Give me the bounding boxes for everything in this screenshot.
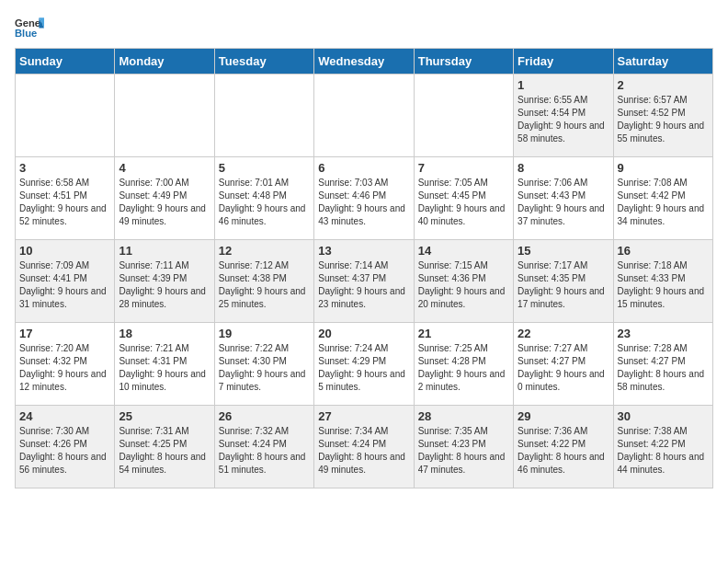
day-cell: 27Sunrise: 7:34 AM Sunset: 4:24 PM Dayli…	[314, 406, 414, 488]
day-detail: Sunrise: 7:15 AM Sunset: 4:36 PM Dayligh…	[418, 259, 509, 311]
day-number: 17	[19, 327, 110, 340]
day-cell: 26Sunrise: 7:32 AM Sunset: 4:24 PM Dayli…	[214, 406, 313, 488]
day-detail: Sunrise: 7:31 AM Sunset: 4:25 PM Dayligh…	[119, 425, 210, 477]
day-cell	[16, 75, 115, 157]
day-number: 13	[318, 244, 409, 258]
day-number: 27	[318, 409, 409, 423]
day-number: 29	[518, 409, 609, 423]
day-cell: 8Sunrise: 7:06 AM Sunset: 4:43 PM Daylig…	[514, 157, 613, 240]
day-detail: Sunrise: 7:36 AM Sunset: 4:22 PM Dayligh…	[518, 425, 609, 477]
page-header: General Blue	[15, 15, 713, 40]
day-detail: Sunrise: 7:00 AM Sunset: 4:49 PM Dayligh…	[119, 177, 210, 228]
day-cell: 6Sunrise: 7:03 AM Sunset: 4:46 PM Daylig…	[314, 157, 414, 240]
day-detail: Sunrise: 7:08 AM Sunset: 4:42 PM Dayligh…	[618, 177, 709, 228]
day-number: 19	[219, 327, 310, 340]
weekday-header-saturday: Saturday	[613, 49, 712, 75]
day-detail: Sunrise: 7:38 AM Sunset: 4:22 PM Dayligh…	[618, 425, 709, 477]
calendar: SundayMondayTuesdayWednesdayThursdayFrid…	[15, 48, 713, 488]
day-cell: 20Sunrise: 7:24 AM Sunset: 4:29 PM Dayli…	[314, 323, 414, 406]
day-cell: 21Sunrise: 7:25 AM Sunset: 4:28 PM Dayli…	[414, 323, 513, 406]
day-cell	[414, 75, 513, 157]
day-detail: Sunrise: 7:21 AM Sunset: 4:31 PM Dayligh…	[119, 342, 210, 394]
day-detail: Sunrise: 7:14 AM Sunset: 4:37 PM Dayligh…	[318, 259, 409, 311]
day-number: 1	[518, 78, 609, 92]
day-cell: 1Sunrise: 6:55 AM Sunset: 4:54 PM Daylig…	[514, 75, 613, 157]
day-number: 30	[618, 409, 709, 423]
day-cell: 22Sunrise: 7:27 AM Sunset: 4:27 PM Dayli…	[514, 323, 613, 406]
weekday-header-thursday: Thursday	[414, 49, 513, 75]
day-detail: Sunrise: 6:57 AM Sunset: 4:52 PM Dayligh…	[618, 94, 709, 145]
day-detail: Sunrise: 7:12 AM Sunset: 4:38 PM Dayligh…	[219, 259, 310, 311]
day-detail: Sunrise: 7:27 AM Sunset: 4:27 PM Dayligh…	[518, 342, 609, 394]
day-cell: 15Sunrise: 7:17 AM Sunset: 4:35 PM Dayli…	[514, 240, 613, 323]
day-detail: Sunrise: 7:28 AM Sunset: 4:27 PM Dayligh…	[618, 342, 709, 394]
day-detail: Sunrise: 7:06 AM Sunset: 4:43 PM Dayligh…	[518, 177, 609, 228]
day-detail: Sunrise: 7:11 AM Sunset: 4:39 PM Dayligh…	[119, 259, 210, 311]
day-cell: 2Sunrise: 6:57 AM Sunset: 4:52 PM Daylig…	[613, 75, 712, 157]
day-number: 14	[418, 244, 509, 258]
day-number: 15	[518, 244, 609, 258]
week-row-4: 17Sunrise: 7:20 AM Sunset: 4:32 PM Dayli…	[16, 323, 713, 406]
day-cell: 16Sunrise: 7:18 AM Sunset: 4:33 PM Dayli…	[613, 240, 712, 323]
logo: General Blue	[15, 15, 44, 40]
day-number: 25	[119, 409, 210, 423]
day-cell: 5Sunrise: 7:01 AM Sunset: 4:48 PM Daylig…	[214, 157, 313, 240]
day-cell: 4Sunrise: 7:00 AM Sunset: 4:49 PM Daylig…	[115, 157, 214, 240]
logo-icon: General Blue	[15, 15, 44, 40]
day-detail: Sunrise: 7:09 AM Sunset: 4:41 PM Dayligh…	[19, 259, 110, 311]
day-number: 26	[219, 409, 310, 423]
day-number: 24	[19, 409, 110, 423]
week-row-3: 10Sunrise: 7:09 AM Sunset: 4:41 PM Dayli…	[16, 240, 713, 323]
week-row-2: 3Sunrise: 6:58 AM Sunset: 4:51 PM Daylig…	[16, 157, 713, 240]
day-cell: 25Sunrise: 7:31 AM Sunset: 4:25 PM Dayli…	[115, 406, 214, 488]
day-detail: Sunrise: 7:03 AM Sunset: 4:46 PM Dayligh…	[318, 177, 409, 228]
svg-text:Blue: Blue	[15, 28, 37, 39]
day-cell	[115, 75, 214, 157]
day-cell: 23Sunrise: 7:28 AM Sunset: 4:27 PM Dayli…	[613, 323, 712, 406]
day-cell: 18Sunrise: 7:21 AM Sunset: 4:31 PM Dayli…	[115, 323, 214, 406]
day-number: 5	[219, 161, 310, 175]
day-cell: 13Sunrise: 7:14 AM Sunset: 4:37 PM Dayli…	[314, 240, 414, 323]
week-row-5: 24Sunrise: 7:30 AM Sunset: 4:26 PM Dayli…	[16, 406, 713, 488]
day-detail: Sunrise: 7:25 AM Sunset: 4:28 PM Dayligh…	[418, 342, 509, 394]
day-detail: Sunrise: 7:20 AM Sunset: 4:32 PM Dayligh…	[19, 342, 110, 394]
weekday-header-wednesday: Wednesday	[314, 49, 414, 75]
day-number: 4	[119, 161, 210, 175]
day-number: 22	[518, 327, 609, 340]
day-number: 20	[318, 327, 409, 340]
day-number: 28	[418, 409, 509, 423]
day-number: 21	[418, 327, 509, 340]
day-cell: 10Sunrise: 7:09 AM Sunset: 4:41 PM Dayli…	[16, 240, 115, 323]
day-number: 2	[618, 78, 709, 92]
day-detail: Sunrise: 7:18 AM Sunset: 4:33 PM Dayligh…	[618, 259, 709, 311]
day-detail: Sunrise: 6:58 AM Sunset: 4:51 PM Dayligh…	[19, 177, 110, 228]
day-number: 7	[418, 161, 509, 175]
day-number: 18	[119, 327, 210, 340]
day-cell: 12Sunrise: 7:12 AM Sunset: 4:38 PM Dayli…	[214, 240, 313, 323]
day-cell: 29Sunrise: 7:36 AM Sunset: 4:22 PM Dayli…	[514, 406, 613, 488]
day-detail: Sunrise: 7:34 AM Sunset: 4:24 PM Dayligh…	[318, 425, 409, 477]
day-cell: 3Sunrise: 6:58 AM Sunset: 4:51 PM Daylig…	[16, 157, 115, 240]
day-detail: Sunrise: 7:05 AM Sunset: 4:45 PM Dayligh…	[418, 177, 509, 228]
day-cell: 24Sunrise: 7:30 AM Sunset: 4:26 PM Dayli…	[16, 406, 115, 488]
day-detail: Sunrise: 7:35 AM Sunset: 4:23 PM Dayligh…	[418, 425, 509, 477]
day-detail: Sunrise: 7:22 AM Sunset: 4:30 PM Dayligh…	[219, 342, 310, 394]
day-detail: Sunrise: 7:32 AM Sunset: 4:24 PM Dayligh…	[219, 425, 310, 477]
day-number: 11	[119, 244, 210, 258]
weekday-header-monday: Monday	[115, 49, 214, 75]
day-detail: Sunrise: 6:55 AM Sunset: 4:54 PM Dayligh…	[518, 94, 609, 145]
day-number: 10	[19, 244, 110, 258]
day-number: 23	[618, 327, 709, 340]
day-detail: Sunrise: 7:01 AM Sunset: 4:48 PM Dayligh…	[219, 177, 310, 228]
weekday-header-tuesday: Tuesday	[214, 49, 313, 75]
day-number: 8	[518, 161, 609, 175]
day-detail: Sunrise: 7:24 AM Sunset: 4:29 PM Dayligh…	[318, 342, 409, 394]
day-cell	[214, 75, 313, 157]
day-cell: 17Sunrise: 7:20 AM Sunset: 4:32 PM Dayli…	[16, 323, 115, 406]
day-detail: Sunrise: 7:30 AM Sunset: 4:26 PM Dayligh…	[19, 425, 110, 477]
weekday-header-sunday: Sunday	[16, 49, 115, 75]
weekday-header-row: SundayMondayTuesdayWednesdayThursdayFrid…	[16, 49, 713, 75]
week-row-1: 1Sunrise: 6:55 AM Sunset: 4:54 PM Daylig…	[16, 75, 713, 157]
day-number: 12	[219, 244, 310, 258]
day-cell: 14Sunrise: 7:15 AM Sunset: 4:36 PM Dayli…	[414, 240, 513, 323]
